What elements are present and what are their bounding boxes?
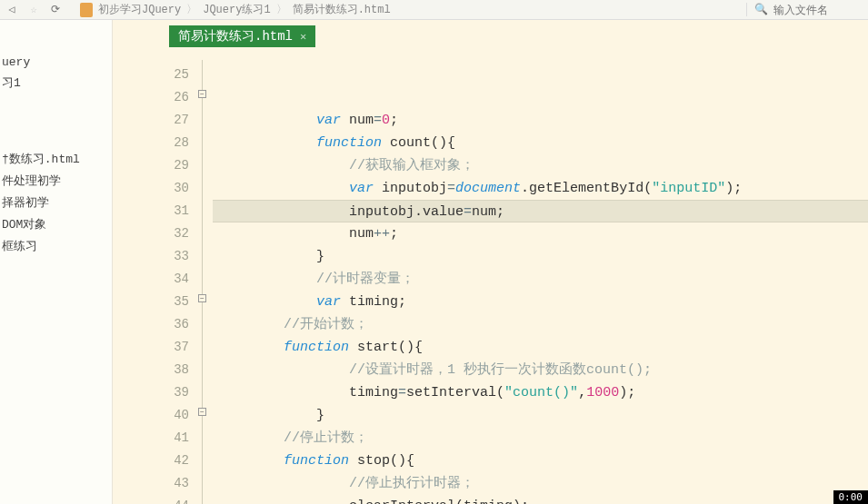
line-number: 36: [113, 313, 189, 336]
line-number: 39: [113, 381, 189, 404]
line-number: 29: [113, 154, 189, 177]
line-number: 27: [113, 109, 189, 132]
star-icon[interactable]: ☆: [25, 2, 42, 18]
gutter: 2526272829303132333435363738394041424344: [113, 60, 195, 504]
line-number: 43: [113, 472, 189, 495]
line-number: 38: [113, 359, 189, 381]
line-number: 26: [113, 86, 189, 109]
code-line[interactable]: function count(){: [213, 132, 868, 154]
tab-active[interactable]: 简易计数练习.html ✕: [169, 25, 315, 47]
tab-close-icon[interactable]: ✕: [300, 30, 306, 44]
line-number: 42: [113, 450, 189, 472]
fold-toggle[interactable]: −: [198, 294, 206, 302]
sidebar-item[interactable]: DOM对象: [0, 213, 112, 235]
code-line[interactable]: var timing;: [213, 291, 868, 313]
line-number: 40: [113, 404, 189, 427]
code-line[interactable]: //计时器变量；: [213, 268, 868, 291]
code-line[interactable]: }: [213, 404, 868, 427]
sidebar-item[interactable]: 件处理初学: [0, 170, 112, 192]
line-number: 30: [113, 177, 189, 200]
tabs: 简易计数练习.html ✕: [113, 20, 868, 47]
sidebar-item[interactable]: uery: [0, 53, 112, 72]
line-number: 41: [113, 427, 189, 450]
line-number: 28: [113, 132, 189, 154]
code-line[interactable]: var inputobj=document.getElementById("in…: [213, 177, 868, 200]
sidebar-item[interactable]: 择器初学: [0, 192, 112, 213]
sidebar-item[interactable]: 习1: [0, 72, 112, 94]
code-line[interactable]: timing=setInterval("count()",1000);: [213, 381, 868, 404]
code-line[interactable]: clearInterval(timing);: [213, 495, 868, 504]
breadcrumb-item[interactable]: 简易计数练习.html: [293, 2, 391, 17]
line-number: 37: [113, 336, 189, 359]
tab-label: 简易计数练习.html: [178, 28, 293, 44]
sync-icon[interactable]: ⟳: [47, 2, 64, 18]
line-number: 34: [113, 268, 189, 291]
breadcrumb-item[interactable]: 初步学习JQuery: [98, 2, 181, 17]
code-line[interactable]: function start(){: [213, 336, 868, 359]
line-number: 32: [113, 222, 189, 245]
fold-toggle[interactable]: −: [198, 90, 206, 98]
line-number: 33: [113, 245, 189, 268]
breadcrumb-item[interactable]: JQuery练习1: [203, 2, 270, 17]
breadcrumb: 初步学习JQuery 〉 JQuery练习1 〉 简易计数练习.html: [98, 2, 391, 17]
fold-toggle[interactable]: −: [198, 408, 206, 416]
line-number: 31: [113, 200, 189, 222]
sidebar-item[interactable]: 框练习: [0, 235, 112, 257]
code-line[interactable]: }: [213, 245, 868, 268]
breadcrumb-sep: 〉: [276, 2, 287, 17]
code-line[interactable]: //获取输入框对象；: [213, 154, 868, 177]
time-badge: 0:00: [833, 490, 869, 504]
editor: 简易计数练习.html ✕ 25262728293031323334353637…: [113, 20, 868, 504]
top-toolbar: ◁ ☆ ⟳ 初步学习JQuery 〉 JQuery练习1 〉 简易计数练习.ht…: [0, 0, 868, 20]
sidebar-item[interactable]: †数练习.html: [0, 148, 112, 170]
search-icon[interactable]: 🔍: [754, 3, 768, 16]
breadcrumb-sep: 〉: [186, 2, 197, 17]
search-box: 🔍: [746, 3, 864, 16]
doc-icon: [80, 3, 93, 17]
code-line[interactable]: inputobj.value=num;: [213, 200, 868, 222]
fold-column: −−−: [195, 60, 213, 504]
back-icon[interactable]: ◁: [4, 2, 20, 18]
line-number: 25: [113, 64, 189, 86]
code-line[interactable]: //设置计时器，1 秒执行一次计数函数count();: [213, 359, 868, 381]
line-number: 44: [113, 495, 189, 504]
search-input[interactable]: [773, 4, 864, 16]
code-line[interactable]: function stop(){: [213, 450, 868, 472]
sidebar: uery习1 †数练习.html件处理初学择器初学DOM对象框练习: [0, 20, 113, 504]
code-line[interactable]: //停止执行计时器；: [213, 472, 868, 495]
code-line[interactable]: //停止计数；: [213, 427, 868, 450]
code-content[interactable]: var num=0; function count(){ //获取输入框对象； …: [213, 60, 868, 504]
code-line[interactable]: //开始计数；: [213, 313, 868, 336]
code-line[interactable]: num++;: [213, 222, 868, 245]
line-number: 35: [113, 291, 189, 313]
code-line[interactable]: var num=0;: [213, 109, 868, 132]
